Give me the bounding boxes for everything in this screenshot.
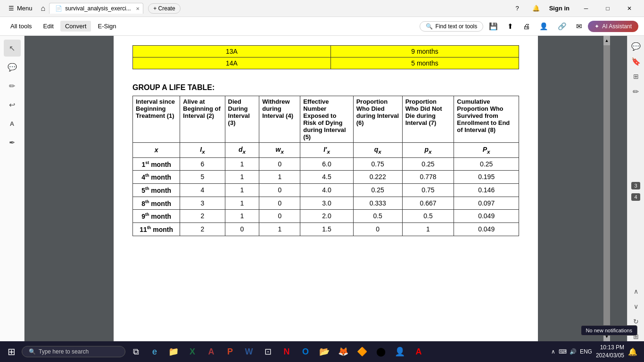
excel-button[interactable]: X bbox=[184, 343, 201, 360]
access-button[interactable]: A bbox=[203, 343, 220, 360]
interval-cell: 9th month bbox=[133, 210, 180, 223]
print-button[interactable]: 🖨 bbox=[519, 20, 534, 32]
menu-button[interactable]: ☰ Menu bbox=[4, 5, 37, 12]
edge-button[interactable]: e bbox=[146, 343, 163, 360]
vertical-scrollbar[interactable]: ▲ ▼ bbox=[603, 36, 610, 341]
comments-panel-icon[interactable]: 💬 bbox=[629, 40, 643, 53]
pdf-scroll-area[interactable]: 13A 9 months 14A 5 months GROUP A LIFE T… bbox=[25, 36, 627, 362]
files-button[interactable]: 📁 bbox=[165, 343, 182, 360]
scroll-thumb[interactable] bbox=[603, 45, 610, 332]
content-area: 13A 9 months 14A 5 months GROUP A LIFE T… bbox=[25, 36, 627, 362]
scroll-down-page-icon[interactable]: ∨ bbox=[629, 300, 643, 313]
minimize-button[interactable]: ─ bbox=[575, 0, 597, 17]
comment-tool-button[interactable]: 💬 bbox=[4, 58, 21, 75]
text-tool-button[interactable]: A bbox=[4, 115, 21, 132]
scroll-up-button[interactable]: ▲ bbox=[603, 36, 610, 45]
tab-title: survival_analysis_exerci... bbox=[65, 5, 131, 12]
sign-in-button[interactable]: Sign in bbox=[549, 5, 570, 12]
find-text-input[interactable]: 🔍 Find text or tools bbox=[420, 21, 484, 32]
tab-close-button[interactable]: ✕ bbox=[136, 6, 140, 11]
esign-button[interactable]: E-Sign bbox=[93, 21, 121, 32]
user-account-button[interactable]: 👤 bbox=[536, 20, 552, 33]
withdrew-cell: 1 bbox=[259, 171, 300, 184]
cursor-tool-button[interactable]: ↖ bbox=[4, 40, 21, 57]
word-button[interactable]: W bbox=[240, 343, 257, 360]
thumbnail-icon[interactable]: ⊞ bbox=[629, 70, 643, 83]
life-table-row: 5th month4104.00.250.750.146 bbox=[133, 184, 519, 197]
alive-cell: 4 bbox=[180, 184, 225, 197]
cumulative-cell: 0.25 bbox=[454, 157, 519, 171]
netflix-button[interactable]: N bbox=[278, 343, 295, 360]
notification-area[interactable]: 🔔 No new notifications bbox=[628, 347, 637, 356]
tray-icons[interactable]: ∧ ⌨ 🔊 ENG bbox=[551, 348, 592, 355]
effective-cell: 6.0 bbox=[300, 157, 353, 171]
interval-cell: 11th month bbox=[133, 223, 180, 236]
maximize-button[interactable]: □ bbox=[597, 0, 619, 17]
prop-died-cell: 0.25 bbox=[353, 184, 402, 197]
effective-cell: 4.0 bbox=[300, 184, 353, 197]
browser-tab[interactable]: 📄 survival_analysis_exerci... ✕ bbox=[49, 3, 143, 14]
firefox-button[interactable]: 🦊 bbox=[335, 343, 352, 360]
prop-not-died-cell: 0.667 bbox=[402, 197, 454, 210]
user-avatar-button[interactable]: 👤 bbox=[391, 343, 408, 360]
symbol-capPx: Px bbox=[454, 143, 519, 158]
col-header-prop-died: Proportion Who Died during Interval (6) bbox=[353, 96, 402, 143]
right-sidebar: 💬 🔖 ⊞ ✏ 3 4 ∧ ∨ ↻ ⊞ 🔍 bbox=[627, 36, 644, 362]
mail-button[interactable]: ✉ bbox=[572, 20, 586, 33]
prop-died-cell: 0.222 bbox=[353, 171, 402, 184]
cumulative-cell: 0.049 bbox=[454, 223, 519, 236]
chrome-button[interactable]: ⬤ bbox=[372, 343, 389, 360]
search-icon: 🔍 bbox=[29, 348, 36, 355]
vlc-button[interactable]: 🔶 bbox=[354, 343, 371, 360]
windows-search[interactable]: 🔍 Type here to search bbox=[22, 346, 125, 357]
widgets-button[interactable]: ⊡ bbox=[259, 343, 276, 360]
prop-died-cell: 0 bbox=[353, 223, 402, 236]
acrobat-taskbar-button[interactable]: A bbox=[410, 343, 427, 360]
system-tray: ∧ ⌨ 🔊 ENG 10:13 PM 2024/03/05 🔔 No new n… bbox=[547, 344, 641, 360]
search-placeholder: Find text or tools bbox=[436, 23, 478, 30]
edit-panel-icon[interactable]: ✏ bbox=[629, 85, 643, 98]
col-header-effective: Effective Number Exposed to Risk of Dyin… bbox=[300, 96, 353, 143]
col-header-interval: Interval since Beginning Treatment (1) bbox=[133, 96, 180, 143]
help-button[interactable]: ? bbox=[512, 3, 522, 14]
cumulative-cell: 0.049 bbox=[454, 210, 519, 223]
ai-assistant-button[interactable]: ✦ AI Assistant bbox=[588, 21, 638, 32]
draw-tool-button[interactable]: ✏ bbox=[4, 77, 21, 94]
explorer-button[interactable]: 📂 bbox=[316, 343, 333, 360]
convert-button[interactable]: Convert bbox=[60, 21, 91, 32]
close-button[interactable]: ✕ bbox=[619, 0, 640, 17]
upload-button[interactable]: ⬆ bbox=[504, 20, 517, 33]
new-tab-button[interactable]: + Create bbox=[148, 3, 180, 14]
symbol-x: x bbox=[133, 143, 180, 158]
undo-tool-button[interactable]: ↩ bbox=[4, 96, 21, 113]
signature-tool-button[interactable]: ✒ bbox=[4, 134, 21, 151]
home-button[interactable]: ⌂ bbox=[37, 4, 50, 13]
withdrew-cell: 0 bbox=[259, 157, 300, 171]
died-cell: 1 bbox=[225, 171, 259, 184]
life-table-row: 9th month2102.00.50.50.049 bbox=[133, 210, 519, 223]
patient-id-cell: 14A bbox=[133, 58, 331, 69]
page-number-3[interactable]: 3 bbox=[631, 182, 640, 189]
edit-button[interactable]: Edit bbox=[39, 21, 58, 32]
group-title: GROUP A LIFE TABLE: bbox=[132, 83, 519, 92]
withdrew-cell: 0 bbox=[259, 210, 300, 223]
powerpoint-button[interactable]: P bbox=[222, 343, 239, 360]
all-tools-button[interactable]: All tools bbox=[6, 21, 37, 32]
save-button[interactable]: 💾 bbox=[485, 20, 502, 33]
alive-cell: 3 bbox=[180, 197, 225, 210]
died-cell: 1 bbox=[225, 157, 259, 171]
died-cell: 1 bbox=[225, 197, 259, 210]
page-number-4[interactable]: 4 bbox=[631, 193, 640, 201]
task-view-button[interactable]: ⧉ bbox=[127, 343, 144, 360]
notification-bell-icon[interactable]: 🔔 bbox=[628, 348, 637, 356]
effective-cell: 4.5 bbox=[300, 171, 353, 184]
ai-icon: ✦ bbox=[594, 23, 599, 30]
life-table-row: 8th month3103.00.3330.6670.097 bbox=[133, 197, 519, 210]
notifications-button[interactable]: 🔔 bbox=[528, 3, 544, 14]
symbol-ix: Ix bbox=[180, 143, 225, 158]
bookmarks-icon[interactable]: 🔖 bbox=[629, 55, 643, 68]
start-button[interactable]: ⊞ bbox=[3, 343, 20, 360]
scroll-up-page-icon[interactable]: ∧ bbox=[629, 285, 643, 298]
outlook-button[interactable]: O bbox=[297, 343, 314, 360]
link-button[interactable]: 🔗 bbox=[554, 20, 570, 33]
